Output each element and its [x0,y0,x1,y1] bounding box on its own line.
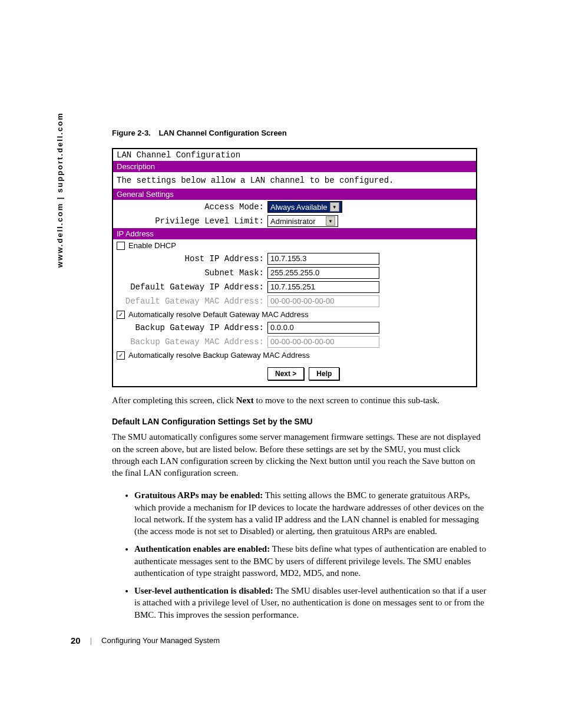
ip-address-header: IP Address [113,228,476,239]
auto-default-gw-label: Automatically resolve Default Gateway MA… [128,310,309,319]
bullet-bold: User-level authentication is disabled: [134,586,273,595]
after-screen-paragraph: After completing this screen, click Next… [112,394,487,406]
figure-caption: Figure 2-3. LAN Channel Configuration Sc… [112,129,489,137]
enable-dhcp-label: Enable DHCP [128,241,176,250]
access-mode-value: Always Available [270,203,328,212]
auto-backup-gw-checkbox[interactable]: ✓ [117,351,125,360]
bullet-bold: Authentication enables are enabled: [134,544,270,554]
host-ip-input[interactable]: 10.7.155.3 [267,253,379,265]
backup-gw-mac-label: Backup Gateway MAC Address: [117,337,267,347]
subnet-mask-input[interactable]: 255.255.255.0 [267,267,379,279]
lan-config-screenshot: LAN Channel Configuration Description Th… [112,148,477,387]
access-mode-label: Access Mode: [117,202,267,212]
backup-gw-ip-label: Backup Gateway IP Address: [117,323,267,332]
page-footer: 20 | Configuring Your Managed System [71,635,220,645]
side-url-text: www.dell.com | support.dell.com [55,112,64,268]
backup-gw-ip-input[interactable]: 0.0.0.0 [267,322,379,334]
description-header: Description [113,161,476,172]
description-text: The settings below allow a LAN channel t… [113,172,476,189]
priv-limit-value: Administrator [270,217,316,226]
help-button[interactable]: Help [309,367,339,380]
chevron-down-icon[interactable]: ▼ [330,202,339,212]
priv-limit-select[interactable]: Administrator ▼ [267,215,338,227]
default-gw-mac-label: Default Gateway MAC Address: [117,297,267,306]
default-gw-mac-input: 00-00-00-00-00-00 [267,295,379,307]
page-number: 20 [71,635,81,645]
chevron-down-icon[interactable]: ▼ [326,216,335,226]
general-settings-header: General Settings [113,189,476,200]
figure-label: Figure 2-3. [112,129,151,137]
next-button[interactable]: Next > [267,367,304,380]
default-lan-subheading: Default LAN Configuration Settings Set b… [112,417,489,426]
enable-dhcp-checkbox[interactable] [117,242,125,250]
backup-gw-mac-input: 00-00-00-00-00-00 [267,336,379,348]
bullet-list: Gratuitous ARPs may be enabled: This set… [112,489,488,621]
smu-intro-paragraph: The SMU automatically configures some se… [112,431,487,479]
text-span: to move to the next screen to continue t… [254,396,439,405]
text-span: After completing this screen, click [112,396,236,405]
host-ip-label: Host IP Address: [117,254,267,263]
figure-caption-text: LAN Channel Configuration Screen [158,129,286,137]
list-item: Authentication enables are enabled: Thes… [134,543,488,579]
default-gw-ip-input[interactable]: 10.7.155.251 [267,281,379,293]
list-item: User-level authentication is disabled: T… [134,585,488,621]
subnet-mask-label: Subnet Mask: [117,268,267,278]
priv-limit-label: Privilege Level Limit: [117,216,267,226]
list-item: Gratuitous ARPs may be enabled: This set… [134,489,488,537]
window-title: LAN Channel Configuration [113,149,476,161]
footer-separator: | [90,636,92,645]
next-bold-text: Next [236,396,254,405]
default-gw-ip-label: Default Gateway IP Address: [117,282,267,292]
footer-section-title: Configuring Your Managed System [101,636,220,645]
auto-default-gw-checkbox[interactable]: ✓ [117,311,125,319]
access-mode-select[interactable]: Always Available ▼ [267,201,342,213]
bullet-bold: Gratuitous ARPs may be enabled: [134,490,263,500]
auto-backup-gw-label: Automatically resolve Backup Gateway MAC… [128,351,310,360]
